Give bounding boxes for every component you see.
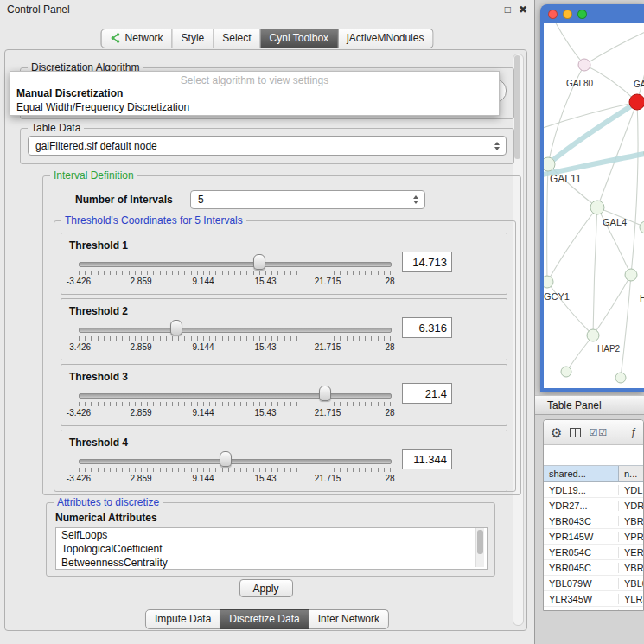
table-data-combobox[interactable]: galFiltered.sif default node [28,136,507,156]
columns-icon[interactable] [570,428,581,437]
control-panel-titlebar[interactable]: Control Panel □ ✖ [0,0,534,19]
table-row[interactable]: YBL079WYBL0 [544,576,643,591]
select-columns-icon[interactable]: ☑☑ [589,428,608,437]
dropdown-option-equal-width-frequency[interactable]: Equal Width/Frequency Discretization [10,100,499,114]
network-edge[interactable] [593,275,631,335]
network-node[interactable] [587,329,599,341]
tab-impute-data[interactable]: Impute Data [145,609,220,629]
tab-infer-network[interactable]: Infer Network [309,609,389,629]
network-edge[interactable] [593,207,597,335]
table-cell[interactable]: YDL1 [619,485,643,495]
table-row[interactable]: YDR27...YDR2 [544,498,643,513]
threshold-value-input[interactable] [402,252,452,272]
network-node[interactable] [578,59,590,71]
network-edge[interactable] [544,102,637,129]
attributes-list[interactable]: SelfLoopsTopologicalCoefficientBetweenne… [55,527,488,570]
table-cell[interactable]: YBR045C [544,563,619,573]
table-cell[interactable]: YDR2 [619,501,643,511]
slider-thumb[interactable] [253,254,265,270]
table-cell[interactable]: YBL079W [544,578,619,589]
tab-jactivemnodules[interactable]: jActiveMNodules [338,29,433,48]
network-node[interactable] [615,373,626,383]
slider-thumb[interactable] [319,386,331,401]
table-cell[interactable]: YIL052C [544,609,619,612]
table-cell[interactable]: YPR1 [619,532,643,542]
slider-track[interactable] [79,459,392,464]
threshold-value-input[interactable] [402,383,452,404]
table-cell[interactable]: YBL0 [619,578,643,589]
close-window-icon[interactable]: ✖ [519,3,527,16]
network-thick-edge[interactable] [548,102,637,164]
table-row[interactable]: YDL19...YDL1 [544,482,643,498]
table-cell[interactable]: YIL0 [619,609,643,612]
slider-thumb[interactable] [220,451,232,467]
table-cell[interactable]: YBR0 [619,516,643,526]
network-node[interactable] [625,269,637,281]
table-cell[interactable]: YBR0 [619,563,643,573]
table-panel-titlebar[interactable]: Table Panel [535,395,644,415]
slider-thumb[interactable] [170,320,182,335]
network-node[interactable] [561,367,571,377]
scrollbar-thumb[interactable] [514,55,520,159]
slider-track[interactable] [79,393,392,399]
table-row[interactable]: YLR345WYLR3 [544,591,643,607]
tab-select[interactable]: Select [214,29,260,48]
scrollbar-thumb[interactable] [477,530,483,554]
table-cell[interactable]: YLR3 [619,594,643,604]
network-node[interactable] [544,276,553,288]
zoom-traffic-light-icon[interactable] [577,10,587,19]
table-row[interactable]: YER054CYER0 [544,545,643,560]
table-cell[interactable]: YBR043C [544,516,619,526]
slider-scale-label: 9.144 [192,342,214,352]
attributes-list-scrollbar[interactable] [475,528,484,567]
cyni-bottom-tabbar: Impute Data Discretize Data Infer Networ… [145,609,389,629]
tab-style[interactable]: Style [173,29,214,48]
attribute-item[interactable]: SelfLoops [56,528,487,542]
gear-icon[interactable]: ⚙ [551,426,562,439]
network-node-label: GCY1 [544,291,570,302]
network-edge[interactable] [554,23,584,65]
table-row[interactable]: YBR043CYBR0 [544,513,643,529]
network-edge[interactable] [547,164,548,282]
column-header-shared-name[interactable]: shared... [544,466,619,481]
network-edge[interactable] [566,335,593,372]
network-node[interactable] [590,201,604,214]
dropdown-option-manual-discretization[interactable]: Manual Discretization [10,86,499,100]
network-edge[interactable] [631,102,638,275]
table-cell[interactable]: YPR145W [544,532,619,542]
slider-track[interactable] [79,328,392,333]
table-row[interactable]: YPR145WYPR1 [544,529,643,545]
float-window-icon[interactable]: □ [505,3,511,16]
table-cell[interactable]: YER0 [619,547,643,558]
table-cell[interactable]: YDL19... [544,485,619,495]
tab-discretize-data[interactable]: Discretize Data [220,609,309,629]
table-cell[interactable]: YER054C [544,547,619,558]
network-view-window[interactable]: GAL80GAGAL11GAL4GCY1HHAP2 [540,4,644,392]
tab-cyni-toolbox[interactable]: Cyni Toolbox [261,29,338,48]
table-cell[interactable]: YDR27... [544,501,619,511]
apply-button[interactable]: Apply [239,579,293,597]
attribute-item[interactable]: BetweennessCentrality [56,556,487,570]
network-edge[interactable] [547,207,597,282]
threshold-value-input[interactable] [402,317,452,338]
minimize-traffic-light-icon[interactable] [563,10,572,19]
network-canvas[interactable]: GAL80GAGAL11GAL4GCY1HHAP2 [544,23,644,388]
number-of-intervals-combobox[interactable]: 5 [190,190,425,209]
network-node[interactable] [544,157,555,171]
attribute-item[interactable]: TopologicalCoefficient [56,542,487,556]
threshold-panel: Threshold 4-3.4262.8599.14415.4321.71528 [61,430,507,492]
table-cell[interactable]: YLR345W [544,594,619,604]
tab-network[interactable]: Network [101,29,173,48]
network-edge[interactable] [584,30,644,65]
threshold-value-input[interactable] [402,449,452,469]
network-node[interactable] [640,221,644,233]
slider-track[interactable] [79,262,392,267]
network-window-titlebar[interactable] [540,4,644,23]
close-traffic-light-icon[interactable] [548,10,558,19]
network-edge[interactable] [547,282,593,335]
function-builder-icon[interactable]: ƒ [630,426,636,438]
table-row[interactable]: YBR045CYBR0 [544,560,643,576]
network-node[interactable] [629,94,644,110]
column-header-name[interactable]: n... [619,466,643,481]
table-row[interactable]: YIL052CYIL0 [544,607,643,611]
